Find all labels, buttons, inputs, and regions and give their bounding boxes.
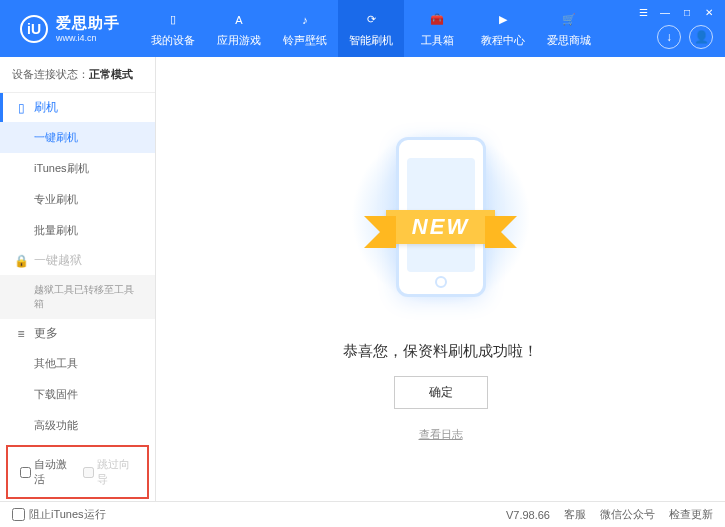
- menu-icon[interactable]: ☰: [635, 4, 651, 20]
- download-icon[interactable]: ↓: [657, 25, 681, 49]
- close-icon[interactable]: ✕: [701, 4, 717, 20]
- maximize-icon[interactable]: □: [679, 4, 695, 20]
- sidebar: 设备连接状态：正常模式 ▯ 刷机 一键刷机iTunes刷机专业刷机批量刷机 🔒 …: [0, 57, 156, 501]
- app-header: iU 爱思助手 www.i4.cn ▯我的设备A应用游戏♪铃声壁纸⟳智能刷机🧰工…: [0, 0, 725, 57]
- block-itunes-checkbox[interactable]: 阻止iTunes运行: [12, 507, 106, 522]
- nav-tab-0[interactable]: ▯我的设备: [140, 0, 206, 57]
- sidebar-item-more-2[interactable]: 高级功能: [0, 410, 155, 441]
- nav-icon-1: A: [229, 10, 249, 30]
- nav-icon-2: ♪: [295, 10, 315, 30]
- nav-icon-5: ▶: [493, 10, 513, 30]
- nav-tab-5[interactable]: ▶教程中心: [470, 0, 536, 57]
- nav-icon-4: 🧰: [427, 10, 447, 30]
- sidebar-section-flash[interactable]: ▯ 刷机: [0, 93, 155, 122]
- window-controls: ☰ — □ ✕: [635, 4, 717, 20]
- sidebar-section-more[interactable]: ≡ 更多: [0, 319, 155, 348]
- sidebar-item-flash-2[interactable]: 专业刷机: [0, 184, 155, 215]
- sidebar-item-flash-0[interactable]: 一键刷机: [0, 122, 155, 153]
- nav-icon-0: ▯: [163, 10, 183, 30]
- nav-tab-3[interactable]: ⟳智能刷机: [338, 0, 404, 57]
- nav-tab-1[interactable]: A应用游戏: [206, 0, 272, 57]
- lock-icon: 🔒: [14, 254, 28, 268]
- app-title: 爱思助手: [56, 14, 120, 33]
- user-icon[interactable]: 👤: [689, 25, 713, 49]
- footer-link-support[interactable]: 客服: [564, 507, 586, 522]
- ok-button[interactable]: 确定: [394, 376, 488, 409]
- logo-icon: iU: [20, 15, 48, 43]
- footer-link-wechat[interactable]: 微信公众号: [600, 507, 655, 522]
- nav-tab-4[interactable]: 🧰工具箱: [404, 0, 470, 57]
- main-content: NEW 恭喜您，保资料刷机成功啦！ 确定 查看日志: [156, 57, 725, 501]
- app-url: www.i4.cn: [56, 33, 120, 43]
- sidebar-item-more-1[interactable]: 下载固件: [0, 379, 155, 410]
- phone-icon: ▯: [14, 101, 28, 115]
- view-log-link[interactable]: 查看日志: [419, 427, 463, 442]
- sidebar-section-jailbreak: 🔒 一键越狱: [0, 246, 155, 275]
- logo-area: iU 爱思助手 www.i4.cn: [0, 0, 140, 57]
- nav-icon-6: 🛒: [559, 10, 579, 30]
- success-illustration: NEW: [351, 117, 531, 317]
- nav-icon-3: ⟳: [361, 10, 381, 30]
- success-message: 恭喜您，保资料刷机成功啦！: [343, 342, 538, 361]
- connection-status: 设备连接状态：正常模式: [0, 57, 155, 93]
- version-label: V7.98.66: [506, 509, 550, 521]
- minimize-icon[interactable]: —: [657, 4, 673, 20]
- new-ribbon: NEW: [386, 210, 495, 244]
- nav-tab-6[interactable]: 🛒爱思商城: [536, 0, 602, 57]
- skip-setup-checkbox[interactable]: 跳过向导: [83, 457, 136, 487]
- list-icon: ≡: [14, 327, 28, 341]
- activation-options: 自动激活 跳过向导: [6, 445, 149, 499]
- footer-link-update[interactable]: 检查更新: [669, 507, 713, 522]
- footer: 阻止iTunes运行 V7.98.66 客服 微信公众号 检查更新: [0, 501, 725, 527]
- sidebar-item-more-0[interactable]: 其他工具: [0, 348, 155, 379]
- nav-tabs: ▯我的设备A应用游戏♪铃声壁纸⟳智能刷机🧰工具箱▶教程中心🛒爱思商城: [140, 0, 602, 57]
- sidebar-item-flash-3[interactable]: 批量刷机: [0, 215, 155, 246]
- auto-activate-checkbox[interactable]: 自动激活: [20, 457, 73, 487]
- nav-tab-2[interactable]: ♪铃声壁纸: [272, 0, 338, 57]
- jailbreak-note: 越狱工具已转移至工具箱: [0, 275, 155, 319]
- sidebar-item-flash-1[interactable]: iTunes刷机: [0, 153, 155, 184]
